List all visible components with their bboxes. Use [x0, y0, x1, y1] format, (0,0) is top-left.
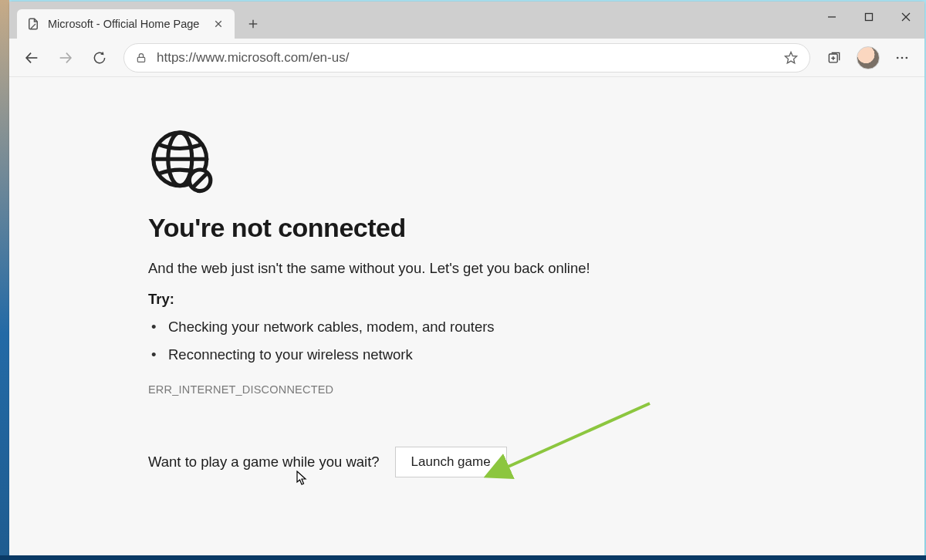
address-input[interactable]	[157, 50, 774, 66]
launch-game-button[interactable]: Launch game	[395, 447, 507, 477]
collections-button[interactable]	[820, 43, 849, 73]
toolbar	[9, 39, 924, 77]
profile-avatar[interactable]	[853, 43, 883, 73]
svg-rect-6	[866, 14, 873, 21]
svg-point-16	[897, 56, 899, 59]
svg-rect-11	[137, 57, 144, 62]
svg-marker-12	[786, 52, 797, 62]
error-heading: You're not connected	[148, 213, 719, 243]
window-close-button[interactable]	[887, 2, 924, 32]
more-menu-button[interactable]	[887, 43, 917, 73]
window-controls	[813, 2, 924, 32]
nav-refresh-button[interactable]	[85, 43, 114, 73]
address-bar[interactable]	[123, 43, 810, 73]
browser-tab[interactable]: Microsoft - Official Home Page	[17, 9, 235, 39]
favorite-star-icon[interactable]	[783, 50, 799, 66]
error-try-label: Try:	[148, 291, 719, 308]
nav-forward-button[interactable]	[51, 43, 80, 73]
svg-point-18	[906, 56, 908, 59]
window-maximize-button[interactable]	[850, 2, 887, 32]
error-code: ERR_INTERNET_DISCONNECTED	[148, 383, 719, 396]
taskbar-strip	[0, 555, 926, 560]
window-minimize-button[interactable]	[813, 2, 850, 32]
page-content: You're not connected And the web just is…	[9, 77, 924, 555]
toolbar-right	[820, 43, 917, 73]
offline-globe-icon	[148, 127, 215, 194]
page-favicon-icon	[26, 17, 40, 31]
error-tip: Checking your network cables, modem, and…	[148, 319, 719, 336]
nav-back-button[interactable]	[17, 43, 46, 73]
game-prompt-text: Want to play a game while you wait?	[148, 454, 380, 471]
svg-point-17	[901, 56, 904, 59]
mouse-cursor-icon	[296, 471, 307, 486]
error-tip: Reconnecting to your wireless network	[148, 346, 719, 363]
svg-line-0	[31, 24, 35, 29]
error-subtext: And the web just isn't the same without …	[148, 260, 719, 277]
error-tips-list: Checking your network cables, modem, and…	[148, 319, 719, 363]
avatar-icon	[857, 46, 880, 69]
tab-close-icon[interactable]	[210, 15, 227, 32]
lock-icon	[135, 52, 147, 64]
desktop-left-strip	[0, 0, 9, 555]
browser-window: Microsoft - Official Home Page	[9, 2, 924, 555]
new-tab-button[interactable]	[241, 12, 265, 36]
tab-strip: Microsoft - Official Home Page	[9, 2, 924, 39]
error-panel: You're not connected And the web just is…	[148, 127, 719, 477]
tab-title: Microsoft - Official Home Page	[48, 18, 202, 30]
game-prompt-bar: Want to play a game while you wait? Laun…	[148, 447, 719, 477]
